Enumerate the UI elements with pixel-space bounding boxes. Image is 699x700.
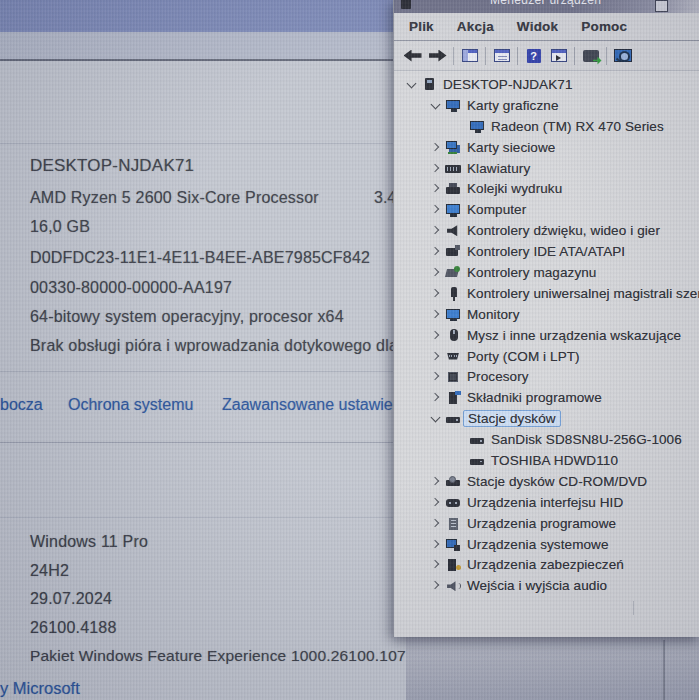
expander-icon[interactable]: [428, 557, 443, 572]
tree-item[interactable]: DESKTOP-NJDAK71: [394, 74, 699, 95]
titlebar[interactable]: Menedżer urządzeń: [394, 0, 699, 13]
expander-icon[interactable]: [428, 140, 443, 155]
menu-plik[interactable]: Plik: [409, 19, 434, 34]
tree-item[interactable]: Stacje dysków CD-ROM/DVD: [394, 471, 699, 492]
tree-item[interactable]: Mysz i inne urządzenia wskazujące: [394, 325, 699, 346]
tree-item[interactable]: TOSHIBA HDWD110: [394, 450, 699, 471]
expander-icon[interactable]: [428, 223, 443, 238]
expander-icon[interactable]: [428, 537, 443, 552]
disk-drive-icon: [445, 411, 462, 426]
tree-item[interactable]: Procesory: [394, 366, 699, 387]
disk-drive-icon: [469, 453, 486, 468]
microsoft-link-label[interactable]: Microsoft: [13, 679, 80, 697]
expander-icon[interactable]: [428, 265, 443, 280]
tree-item[interactable]: Porty (COM i LPT): [394, 346, 699, 367]
expander-icon[interactable]: [428, 307, 443, 322]
properties-button[interactable]: [489, 44, 514, 68]
microsoft-services-link[interactable]: y Microsoft: [0, 679, 80, 698]
tree-item[interactable]: Urządzenia zabezpieczeń: [394, 554, 699, 575]
tree-item-label: DESKTOP-NJDAK71: [443, 77, 573, 92]
action-pane-button[interactable]: [546, 44, 571, 68]
keyboard-icon: [445, 161, 462, 176]
show-console-tree-button[interactable]: [457, 44, 482, 68]
forward-icon: [429, 50, 447, 62]
expander-icon[interactable]: [428, 202, 443, 217]
search-device-button[interactable]: [610, 44, 635, 68]
tree-item[interactable]: Kolejki wydruku: [394, 178, 699, 199]
tree-item[interactable]: Karty graficzne: [394, 95, 699, 116]
device-manager-icon: [401, 0, 411, 9]
expander-icon[interactable]: [428, 244, 443, 259]
tree-item[interactable]: Radeon (TM) RX 470 Series: [394, 116, 699, 137]
tree-item[interactable]: Komputer: [394, 199, 699, 220]
expander-icon[interactable]: [428, 369, 443, 384]
expander-icon[interactable]: [428, 349, 443, 364]
expander-icon[interactable]: [428, 328, 443, 343]
tree-item[interactable]: Monitory: [394, 304, 699, 325]
tree-item-label: SanDisk SD8SN8U-256G-1006: [491, 432, 682, 447]
tree-item-label: Stacje dysków CD-ROM/DVD: [467, 474, 647, 489]
divider: [0, 517, 394, 518]
expander-icon[interactable]: [428, 161, 443, 176]
tree-item[interactable]: Kontrolery magazynu: [394, 262, 699, 283]
toolbar-separator: [453, 47, 454, 65]
tree-item[interactable]: Klawiatury: [394, 158, 699, 179]
toolbar-separator: [517, 47, 518, 65]
tree-item-label: Kolejki wydruku: [467, 181, 562, 196]
tree-item[interactable]: Urządzenia programowe: [394, 513, 699, 534]
expander-icon[interactable]: [428, 181, 443, 196]
software-component-icon: [445, 390, 462, 405]
tree-item[interactable]: Kontrolery dźwięku, wideo i gier: [394, 220, 699, 241]
photo-of-screen: DESKTOP-NJDAK71 AMD Ryzen 5 2600 Six-Cor…: [0, 0, 699, 700]
menu-widok[interactable]: Widok: [517, 19, 558, 34]
expander-icon[interactable]: [428, 286, 443, 301]
help-button[interactable]: ?: [521, 44, 546, 68]
tree-item[interactable]: Składniki programowe: [394, 387, 699, 408]
toolbar-separator: [485, 47, 486, 65]
help-icon: ?: [527, 49, 541, 63]
forward-button[interactable]: [425, 44, 450, 68]
software-device-icon: [445, 516, 462, 531]
tree-item[interactable]: Wejścia i wyjścia audio: [394, 575, 699, 596]
tree-item-label: Kontrolery dźwięku, wideo i gier: [467, 223, 660, 238]
network-adapter-icon: [445, 140, 462, 155]
menu-akcja[interactable]: Akcja: [457, 19, 494, 34]
tree-item[interactable]: Kontrolery uniwersalnej magistrali szere: [394, 283, 699, 304]
tree-item[interactable]: SanDisk SD8SN8U-256G-1006: [394, 429, 699, 450]
expander-icon[interactable]: [428, 98, 443, 113]
monitor-icon: [445, 202, 462, 217]
monitor-icon: [445, 307, 462, 322]
storage-controller-icon: [445, 265, 462, 280]
expander-icon[interactable]: [428, 474, 443, 489]
ide-controller-icon: [445, 244, 462, 259]
status-seam: [633, 601, 634, 615]
expander-icon[interactable]: [404, 77, 419, 92]
expander-icon[interactable]: [428, 411, 443, 426]
tree-item[interactable]: Urządzenia interfejsu HID: [394, 492, 699, 513]
back-button[interactable]: [400, 44, 425, 68]
system-type-value: 64-bitowy system operacyjny, procesor x6…: [30, 308, 344, 326]
expander-icon[interactable]: [428, 390, 443, 405]
menubar: PlikAkcjaWidokPomoc: [394, 13, 699, 41]
link-system-protection[interactable]: Ochrona systemu: [68, 396, 193, 414]
product-id-value: 00330-80000-00000-AA197: [30, 279, 232, 297]
tree-item[interactable]: Karty sieciowe: [394, 137, 699, 158]
related-links-row: bocza Ochrona systemu Zaawansowane ustaw…: [0, 396, 420, 418]
window-title: Menedżer urządzeń: [490, 0, 601, 7]
maximize-button[interactable]: [655, 0, 668, 12]
tree-item[interactable]: Urządzenia systemowe: [394, 534, 699, 555]
expander-icon[interactable]: [428, 495, 443, 510]
menu-pomoc[interactable]: Pomoc: [581, 19, 627, 34]
system-device-icon: [445, 537, 462, 552]
link-workgroup[interactable]: bocza: [0, 396, 43, 414]
toolbar-separator: [606, 47, 607, 65]
scan-hardware-changes-button[interactable]: [578, 44, 603, 68]
expander-icon[interactable]: [428, 516, 443, 531]
expander-icon[interactable]: [428, 578, 443, 593]
tree-item[interactable]: Stacje dysków: [394, 408, 699, 429]
link-advanced-settings[interactable]: Zaawansowane ustawien: [222, 396, 402, 414]
tree-item-label: TOSHIBA HDWD110: [491, 453, 618, 468]
tree-item-label: Klawiatury: [467, 161, 530, 176]
tree-item[interactable]: Kontrolery IDE ATA/ATAPI: [394, 241, 699, 262]
tree-item-label: Urządzenia programowe: [467, 516, 616, 531]
